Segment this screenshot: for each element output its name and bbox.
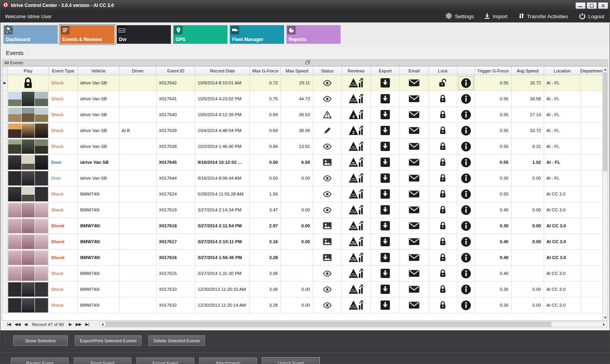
cell-export[interactable] bbox=[371, 202, 400, 218]
table-row[interactable]: ShockBMW740iX0176193/27/2014 2:14:34 PM3… bbox=[2, 202, 604, 218]
column-header-vehicle[interactable]: Vehicle bbox=[78, 67, 119, 75]
cell-reviews[interactable]: NOSCORE bbox=[342, 297, 371, 313]
event-thumbnails[interactable] bbox=[8, 123, 48, 138]
export-icon[interactable] bbox=[380, 300, 390, 310]
info-icon[interactable] bbox=[461, 237, 471, 247]
table-row[interactable]: Dooridrive Van SBX0176459/16/2014 10:12:… bbox=[2, 155, 604, 170]
cell-play[interactable] bbox=[8, 297, 49, 313]
cell-play[interactable] bbox=[8, 75, 49, 91]
review-score-icon[interactable]: NOSCORE bbox=[348, 220, 364, 231]
lock-icon[interactable] bbox=[439, 253, 446, 262]
lock-icon[interactable] bbox=[439, 142, 446, 151]
table-row[interactable]: Dooridrive Van SBX0176449/16/2014 8:06:4… bbox=[2, 170, 604, 186]
cell-email[interactable] bbox=[400, 266, 429, 282]
event-thumbnails[interactable] bbox=[8, 298, 48, 313]
email-icon[interactable] bbox=[408, 95, 420, 103]
cell-reviews[interactable]: 4 bbox=[342, 107, 371, 123]
column-header-email[interactable]: Email bbox=[400, 67, 429, 75]
event-thumbnails[interactable] bbox=[8, 171, 48, 186]
lock-icon[interactable] bbox=[439, 126, 446, 135]
cell-export[interactable] bbox=[371, 250, 400, 266]
lock-icon[interactable] bbox=[439, 94, 446, 103]
tab-reports[interactable]: Reports bbox=[286, 25, 341, 44]
cell-lock[interactable] bbox=[429, 107, 457, 123]
cell-expander[interactable] bbox=[2, 139, 8, 155]
cell-play[interactable] bbox=[8, 202, 49, 218]
review-score-icon[interactable]: 2 bbox=[348, 125, 364, 136]
cell-export[interactable] bbox=[371, 170, 400, 186]
cell-reviews[interactable]: NOSCORE bbox=[342, 218, 371, 234]
event-thumbnails[interactable] bbox=[8, 107, 48, 122]
cell-play[interactable] bbox=[8, 282, 49, 297]
scroll-right-icon[interactable] bbox=[601, 322, 607, 327]
table-row[interactable]: ShockBMW740iX0176183/27/2014 2:11:54 PM2… bbox=[2, 218, 604, 234]
scroll-left-icon[interactable] bbox=[100, 322, 105, 327]
cell-play[interactable] bbox=[8, 234, 49, 250]
cell-play[interactable] bbox=[8, 186, 49, 202]
cell-export[interactable] bbox=[371, 75, 400, 91]
export-icon[interactable] bbox=[380, 221, 390, 231]
column-header-status[interactable]: Status bbox=[313, 67, 342, 75]
cell-expander[interactable] bbox=[2, 107, 8, 123]
unlock-event-button[interactable]: Unlock Event bbox=[262, 357, 320, 364]
cell-expander[interactable] bbox=[2, 297, 8, 313]
cell-play[interactable] bbox=[8, 107, 49, 123]
export-icon[interactable] bbox=[380, 141, 390, 151]
export-icon[interactable] bbox=[380, 110, 390, 120]
export-icon[interactable] bbox=[380, 125, 390, 136]
export-icon[interactable] bbox=[380, 268, 390, 278]
cell-lock[interactable] bbox=[429, 186, 457, 202]
cell-lock[interactable] bbox=[429, 170, 457, 186]
cell-reviews[interactable]: NOSCORE bbox=[342, 234, 371, 250]
tab-dashboard[interactable]: Dashboard bbox=[3, 25, 58, 44]
cell-lock[interactable] bbox=[429, 297, 457, 313]
cell-lock[interactable] bbox=[429, 91, 457, 107]
cell-info[interactable] bbox=[457, 170, 475, 186]
review-score-icon[interactable]: NOSCORE bbox=[348, 300, 364, 311]
review-score-icon[interactable]: NOSCORE bbox=[348, 189, 364, 199]
cell-expander[interactable] bbox=[2, 155, 8, 170]
cell-export[interactable] bbox=[371, 139, 400, 155]
cell-reviews[interactable]: NOSCORE bbox=[342, 170, 371, 186]
vertical-scrollbar[interactable] bbox=[602, 67, 608, 320]
cell-export[interactable] bbox=[371, 218, 400, 234]
cell-info[interactable] bbox=[457, 266, 475, 282]
cell-lock[interactable] bbox=[429, 155, 457, 170]
cell-play[interactable] bbox=[8, 123, 49, 139]
cell-expander[interactable] bbox=[2, 202, 8, 218]
column-header-play[interactable]: Play bbox=[8, 67, 49, 75]
cell-expander[interactable] bbox=[2, 282, 8, 297]
column-header-location[interactable]: Location bbox=[544, 67, 581, 75]
info-icon[interactable] bbox=[461, 221, 471, 231]
cell-lock[interactable] bbox=[429, 123, 457, 139]
cell-reviews[interactable]: NOSCORE bbox=[342, 155, 371, 170]
cell-lock[interactable] bbox=[429, 282, 457, 297]
email-icon[interactable] bbox=[408, 206, 420, 214]
review-score-icon[interactable]: 4 bbox=[348, 109, 364, 120]
cell-info[interactable] bbox=[457, 297, 475, 313]
column-header-info[interactable] bbox=[457, 67, 475, 75]
cell-info[interactable] bbox=[457, 234, 475, 250]
column-header-department[interactable]: Department bbox=[581, 67, 604, 75]
scroll-down-icon[interactable] bbox=[603, 315, 608, 320]
cell-reviews[interactable]: NOSCORE bbox=[342, 91, 371, 107]
cell-email[interactable] bbox=[400, 155, 429, 170]
pager-first-button[interactable]: |◀ bbox=[5, 322, 12, 327]
table-row[interactable]: Shockidrive Van SBX01764110/5/2014 4:23:… bbox=[2, 91, 604, 107]
pager-next-button[interactable]: ▶ bbox=[67, 322, 74, 327]
info-icon[interactable] bbox=[461, 110, 471, 120]
event-thumbnails[interactable] bbox=[8, 187, 48, 202]
column-header-export[interactable]: Export bbox=[371, 67, 400, 75]
review-score-icon[interactable]: NOSCORE bbox=[348, 141, 364, 152]
info-icon[interactable] bbox=[461, 284, 471, 295]
cell-play[interactable] bbox=[8, 250, 49, 266]
table-row[interactable]: ShockBMW740iX01763212/30/2013 11:25:14 A… bbox=[2, 297, 604, 313]
lock-icon[interactable] bbox=[439, 221, 446, 230]
column-header-max-speed[interactable]: Max Speed bbox=[281, 67, 313, 75]
column-header-event-id[interactable]: Event ID bbox=[157, 67, 195, 75]
cell-email[interactable] bbox=[400, 186, 429, 202]
column-header-expander[interactable] bbox=[2, 67, 8, 75]
cell-expander[interactable] bbox=[2, 170, 8, 186]
table-row[interactable]: ShockBMW740iX0176245/28/2014 11:55:28 AM… bbox=[2, 186, 604, 202]
info-icon[interactable] bbox=[461, 141, 471, 152]
